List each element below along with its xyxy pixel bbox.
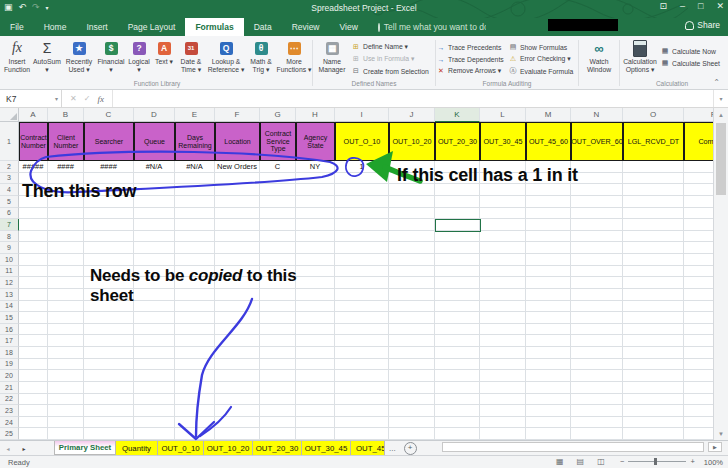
cell-G5[interactable]	[260, 196, 296, 208]
cell-L11[interactable]	[480, 266, 526, 278]
cell-E14[interactable]	[175, 301, 215, 313]
trace-precedents-button[interactable]: → Trace Precedents	[436, 41, 508, 53]
cell-N24[interactable]	[571, 417, 623, 429]
cell-B23[interactable]	[48, 405, 84, 417]
cell-N6[interactable]	[571, 208, 623, 220]
cell-I22[interactable]	[335, 394, 389, 406]
cell-L12[interactable]	[480, 277, 526, 289]
cell-I2[interactable]: 1	[335, 161, 389, 173]
column-header-J[interactable]: J	[389, 108, 435, 122]
cell-N17[interactable]	[571, 335, 623, 347]
cell-I21[interactable]	[335, 382, 389, 394]
cell-I25[interactable]	[335, 428, 389, 440]
cell-J3[interactable]	[389, 173, 435, 185]
cell-C18[interactable]	[84, 347, 134, 359]
cell-E9[interactable]	[175, 242, 215, 254]
cell-H5[interactable]	[296, 196, 335, 208]
cell-B1[interactable]: Client Number	[48, 122, 84, 161]
cell-K18[interactable]	[435, 347, 480, 359]
cell-O11[interactable]	[623, 266, 684, 278]
cell-B13[interactable]	[48, 289, 84, 301]
cell-C8[interactable]	[84, 231, 134, 243]
cell-J11[interactable]	[389, 266, 435, 278]
cell-L17[interactable]	[480, 335, 526, 347]
cell-D7[interactable]	[134, 219, 175, 231]
cell-N12[interactable]	[571, 277, 623, 289]
cell-M5[interactable]	[526, 196, 571, 208]
enter-icon[interactable]: ✓	[84, 94, 91, 103]
share-button[interactable]: Share	[685, 20, 720, 30]
column-header-I[interactable]: I	[335, 108, 389, 122]
cell-L8[interactable]	[480, 231, 526, 243]
cell-L23[interactable]	[480, 405, 526, 417]
cell-D1[interactable]: Queue	[134, 122, 175, 161]
cell-O9[interactable]	[623, 242, 684, 254]
cell-H1[interactable]: Agency State	[296, 122, 335, 161]
cell-K16[interactable]	[435, 324, 480, 336]
cell-M10[interactable]	[526, 254, 571, 266]
cell-A6[interactable]	[19, 208, 48, 220]
show-formulas-button[interactable]: ▤ Show Formulas	[508, 41, 578, 53]
cell-O19[interactable]	[623, 359, 684, 371]
cell-J10[interactable]	[389, 254, 435, 266]
zoom-level[interactable]: 100%	[704, 458, 723, 467]
cell-N18[interactable]	[571, 347, 623, 359]
vertical-scrollbar[interactable]: ▲ ▼	[713, 108, 728, 440]
maximize-icon[interactable]: □	[698, 1, 703, 11]
cell-L6[interactable]	[480, 208, 526, 220]
cell-F21[interactable]	[215, 382, 260, 394]
cell-K14[interactable]	[435, 301, 480, 313]
cell-O20[interactable]	[623, 370, 684, 382]
cell-M21[interactable]	[526, 382, 571, 394]
cell-D10[interactable]	[134, 254, 175, 266]
cell-L3[interactable]	[480, 173, 526, 185]
sheet-tab-out-30-45[interactable]: OUT_30_45	[302, 441, 351, 455]
sheet-tab-out-45-clipped[interactable]: OUT_45	[351, 441, 385, 455]
cell-F25[interactable]	[215, 428, 260, 440]
cell-L16[interactable]	[480, 324, 526, 336]
cell-J21[interactable]	[389, 382, 435, 394]
create-from-selection-button[interactable]: ⊟ Create from Selection	[351, 65, 435, 77]
cell-A22[interactable]	[19, 394, 48, 406]
column-header-E[interactable]: E	[175, 108, 215, 122]
cell-L14[interactable]	[480, 301, 526, 313]
cell-C10[interactable]	[84, 254, 134, 266]
cell-L10[interactable]	[480, 254, 526, 266]
column-header-G[interactable]: G	[260, 108, 296, 122]
cell-J16[interactable]	[389, 324, 435, 336]
cell-J6[interactable]	[389, 208, 435, 220]
cell-H4[interactable]	[296, 184, 335, 196]
cell-J20[interactable]	[389, 370, 435, 382]
cell-L15[interactable]	[480, 312, 526, 324]
cell-M2[interactable]	[526, 161, 571, 173]
cell-A11[interactable]	[19, 266, 48, 278]
cell-O16[interactable]	[623, 324, 684, 336]
row-header-19[interactable]: 19	[0, 359, 19, 371]
cell-L5[interactable]	[480, 196, 526, 208]
cell-J19[interactable]	[389, 359, 435, 371]
cell-G13[interactable]	[260, 289, 296, 301]
cell-K11[interactable]	[435, 266, 480, 278]
cell-K3[interactable]	[435, 173, 480, 185]
cell-N16[interactable]	[571, 324, 623, 336]
cell-F10[interactable]	[215, 254, 260, 266]
column-header-B[interactable]: B	[48, 108, 84, 122]
cell-A19[interactable]	[19, 359, 48, 371]
cell-B15[interactable]	[48, 312, 84, 324]
cell-H19[interactable]	[296, 359, 335, 371]
cell-O8[interactable]	[623, 231, 684, 243]
cell-L22[interactable]	[480, 394, 526, 406]
cell-C6[interactable]	[84, 208, 134, 220]
vertical-scrollbar-thumb[interactable]	[716, 123, 726, 195]
cell-H6[interactable]	[296, 208, 335, 220]
cell-O14[interactable]	[623, 301, 684, 313]
tab-review[interactable]: Review	[282, 18, 330, 36]
cell-D3[interactable]	[134, 173, 175, 185]
cell-H18[interactable]	[296, 347, 335, 359]
cell-C23[interactable]	[84, 405, 134, 417]
cell-L18[interactable]	[480, 347, 526, 359]
cell-M1[interactable]: OUT_45_60	[526, 122, 571, 161]
cell-G17[interactable]	[260, 335, 296, 347]
column-header-F[interactable]: F	[215, 108, 260, 122]
row-header-15[interactable]: 15	[0, 312, 19, 324]
